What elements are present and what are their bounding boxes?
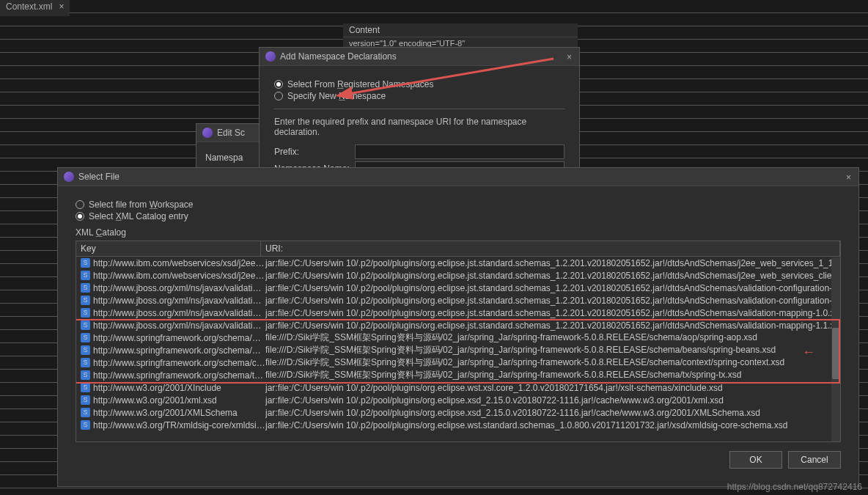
row-key: http://www.springframework.org/schema/ao… [93, 333, 265, 343]
row-uri: file:///D:/Siki学院_SSM框架Spring资料与源码/02_ja… [265, 356, 840, 369]
radio-specify-new[interactable]: Specify New Namespace [274, 91, 564, 101]
schema-icon: S [81, 358, 90, 367]
radio-icon [76, 212, 84, 221]
schema-icon: S [81, 420, 90, 430]
schema-icon: S [81, 383, 90, 392]
radio-xml-catalog[interactable]: Select XML Catalog entry [76, 211, 841, 221]
radio-icon [274, 92, 283, 100]
eclipse-icon [202, 128, 213, 138]
table-row[interactable]: Shttp://www.jboss.org/xml/ns/javax/valid… [76, 307, 840, 319]
select-file-dialog: Select File × Select file from Workspace… [57, 167, 859, 487]
col-uri[interactable]: URI: [261, 241, 840, 256]
radio-label: Select file from Workspace [89, 199, 194, 210]
row-key: http://www.w3.org/2001/XMLSchema [93, 408, 238, 418]
tab-close-icon[interactable]: × [59, 1, 64, 12]
eclipse-icon [64, 172, 74, 182]
radio-icon [274, 80, 283, 89]
prefix-label: Prefix: [274, 147, 350, 157]
schema-icon: S [81, 345, 90, 355]
dialog-titlebar[interactable]: Add Namespace Declarations × [260, 48, 579, 66]
table-row[interactable]: Shttp://www.jboss.org/xml/ns/javax/valid… [76, 294, 840, 307]
row-uri: file:///D:/Siki学院_SSM框架Spring资料与源码/02_ja… [265, 344, 840, 356]
row-key: http://www.jboss.org/xml/ns/javax/valida… [93, 320, 265, 331]
radio-select-registered[interactable]: Select From Registered Namespaces [274, 79, 564, 89]
table-row[interactable]: Shttp://www.springframework.org/schema/t… [76, 369, 840, 381]
close-icon[interactable]: × [567, 52, 572, 62]
radio-icon [76, 200, 84, 209]
editor-tab[interactable]: Context.xml × [0, 0, 70, 16]
radio-workspace[interactable]: Select file from Workspace [76, 199, 841, 210]
eclipse-icon [265, 51, 276, 62]
col-key[interactable]: Key [76, 241, 261, 256]
row-uri: jar:file:/C:/Users/win 10/.p2/pool/plugi… [265, 408, 840, 418]
row-uri: jar:file:/C:/Users/win 10/.p2/pool/plugi… [265, 283, 840, 293]
table-row[interactable]: Shttp://www.jboss.org/xml/ns/javax/valid… [76, 319, 840, 331]
table-row[interactable]: Shttp://www.w3.org/TR/xmldsig-core/xmlds… [76, 419, 840, 431]
row-key: http://www.ibm.com/webservices/xsd/j2ee_… [93, 271, 265, 281]
schema-icon: S [81, 408, 90, 417]
row-key: http://www.springframework.org/schema/tx… [93, 370, 265, 381]
divider [274, 109, 564, 109]
row-uri: jar:file:/C:/Users/win 10/.p2/pool/plugi… [265, 383, 840, 393]
row-key: http://www.jboss.org/xml/ns/javax/valida… [93, 283, 265, 293]
row-key: http://www.ibm.com/webservices/xsd/j2ee_… [93, 258, 265, 268]
tab-name: Context.xml [6, 1, 52, 12]
row-uri: jar:file:/C:/Users/win 10/.p2/pool/plugi… [265, 308, 840, 318]
radio-label: Select XML Catalog entry [89, 211, 188, 221]
schema-icon: S [81, 308, 90, 318]
row-key: http://www.w3.org/TR/xmldsig-core/xmldsi… [93, 420, 265, 430]
scrollbar[interactable] [831, 257, 840, 441]
schema-icon: S [81, 283, 90, 293]
row-key: http://www.springframework.org/schema/be… [93, 345, 265, 356]
schema-icon: S [81, 395, 90, 405]
radio-label: Select From Registered Namespaces [287, 79, 433, 89]
schema-icon: S [81, 296, 90, 305]
row-uri: file:///D:/Siki学院_SSM框架Spring资料与源码/02_ja… [265, 331, 840, 344]
dialog-titlebar[interactable]: Select File × [58, 168, 858, 186]
table-header: Key URI: [76, 241, 840, 257]
row-uri: jar:file:/C:/Users/win 10/.p2/pool/plugi… [265, 395, 840, 406]
schema-icon: S [81, 320, 90, 330]
watermark: https://blog.csdn.net/qq872742416 [727, 482, 862, 492]
catalog-label: XML Catalog [76, 227, 841, 238]
dialog-title: Select File [78, 172, 119, 182]
row-key: http://www.w3.org/2001/XInclude [93, 383, 221, 393]
table-row[interactable]: Shttp://www.w3.org/2001/XMLSchemajar:fil… [76, 406, 840, 419]
table-row[interactable]: Shttp://www.w3.org/2001/xml.xsdjar:file:… [76, 394, 840, 406]
table-row[interactable]: Shttp://www.springframework.org/schema/a… [76, 331, 840, 344]
row-key: http://www.springframework.org/schema/co… [93, 358, 265, 368]
table-row[interactable]: Shttp://www.jboss.org/xml/ns/javax/valid… [76, 282, 840, 294]
schema-icon: S [81, 370, 90, 380]
table-row[interactable]: Shttp://www.springframework.org/schema/c… [76, 356, 840, 369]
row-uri: jar:file:/C:/Users/win 10/.p2/pool/plugi… [265, 296, 840, 306]
row-uri: file:///D:/Siki学院_SSM框架Spring资料与源码/02_ja… [265, 369, 840, 381]
row-uri: jar:file:/C:/Users/win 10/.p2/pool/plugi… [265, 320, 840, 331]
schema-icon: S [81, 333, 90, 342]
row-uri: jar:file:/C:/Users/win 10/.p2/pool/plugi… [265, 271, 840, 281]
prefix-input[interactable] [355, 144, 564, 159]
row-uri: jar:file:/C:/Users/win 10/.p2/pool/plugi… [265, 420, 840, 430]
row-key: http://www.w3.org/2001/xml.xsd [93, 395, 217, 406]
catalog-table: Key URI: Shttp://www.ibm.com/webservices… [76, 241, 841, 442]
row-key: http://www.jboss.org/xml/ns/javax/valida… [93, 308, 265, 318]
ok-button[interactable]: OK [729, 451, 782, 469]
schema-icon: S [81, 271, 90, 280]
close-icon[interactable]: × [846, 172, 851, 183]
schema-icon: S [81, 258, 90, 268]
table-row[interactable]: Shttp://www.ibm.com/webservices/xsd/j2ee… [76, 269, 840, 282]
row-uri: jar:file:/C:/Users/win 10/.p2/pool/plugi… [265, 258, 840, 268]
radio-label: Specify New Namespace [287, 91, 386, 101]
scrollbar-thumb[interactable] [832, 328, 839, 379]
dialog-title: Edit Sc [217, 128, 245, 138]
dialog-title: Add Namespace Declarations [280, 51, 397, 62]
table-row[interactable]: Shttp://www.ibm.com/webservices/xsd/j2ee… [76, 257, 840, 269]
content-panel: Content version="1.0" encoding="UTF-8" [343, 23, 578, 49]
table-row[interactable]: Shttp://www.w3.org/2001/XIncludejar:file… [76, 381, 840, 394]
table-body: Shttp://www.ibm.com/webservices/xsd/j2ee… [76, 257, 840, 441]
cancel-button[interactable]: Cancel [788, 451, 841, 469]
table-row[interactable]: Shttp://www.springframework.org/schema/b… [76, 344, 840, 356]
content-header: Content [343, 23, 578, 37]
row-key: http://www.jboss.org/xml/ns/javax/valida… [93, 296, 265, 306]
instruction-text: Enter the required prefix and namespace … [274, 117, 564, 137]
